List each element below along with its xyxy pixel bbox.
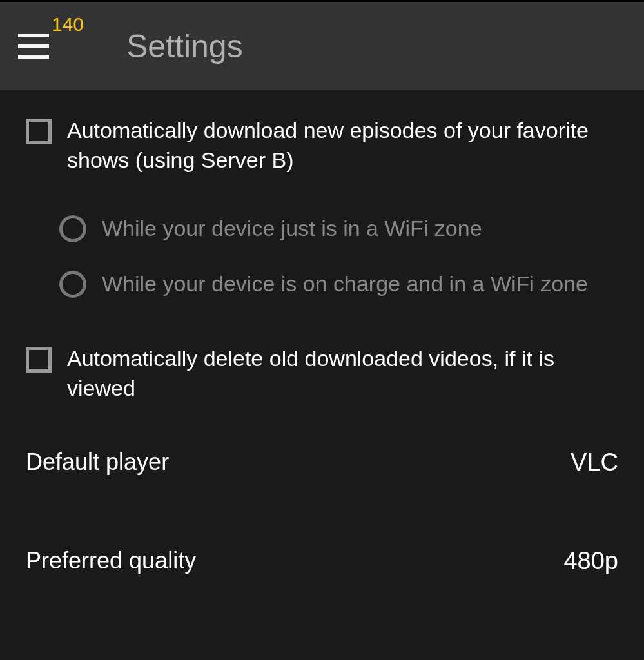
notification-badge: 140 [52, 14, 84, 35]
hamburger-menu-icon[interactable] [18, 34, 49, 59]
header: 140 Settings [0, 0, 644, 90]
page-title: Settings [126, 28, 243, 65]
default-player-setting[interactable]: Default player VLC [26, 429, 618, 496]
default-player-label: Default player [26, 449, 169, 476]
auto-download-label: Automatically download new episodes of y… [67, 116, 618, 175]
charge-wifi-option[interactable]: While your device is on charge and in a … [59, 257, 618, 312]
wifi-option[interactable]: While your device just is in a WiFi zone [59, 201, 618, 257]
auto-delete-setting[interactable]: Automatically delete old downloaded vide… [26, 338, 618, 410]
auto-delete-label: Automatically delete old downloaded vide… [67, 344, 618, 403]
preferred-quality-value: 480p [563, 547, 618, 575]
wifi-radio-label: While your device just is in a WiFi zone [102, 216, 482, 241]
charge-wifi-radio[interactable] [59, 271, 86, 298]
auto-download-setting[interactable]: Automatically download new episodes of y… [26, 110, 618, 182]
preferred-quality-label: Preferred quality [26, 547, 196, 574]
auto-delete-checkbox[interactable] [26, 347, 52, 373]
settings-content: Automatically download new episodes of y… [0, 90, 644, 594]
wifi-radio[interactable] [59, 215, 86, 242]
default-player-value: VLC [571, 449, 618, 476]
charge-wifi-radio-label: While your device is on charge and in a … [102, 271, 588, 296]
auto-download-radio-group: While your device just is in a WiFi zone… [26, 201, 618, 312]
auto-download-checkbox[interactable] [26, 119, 52, 144]
preferred-quality-setting[interactable]: Preferred quality 480p [26, 528, 618, 594]
